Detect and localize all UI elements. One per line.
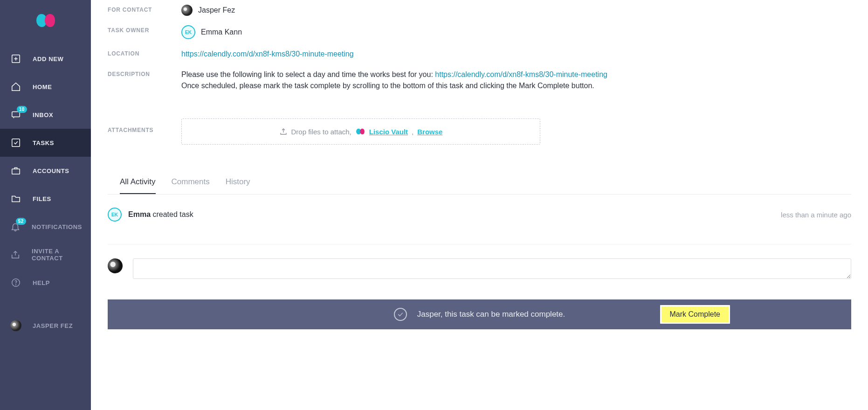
activity-item: EK Emma created task less than a minute …: [108, 195, 851, 244]
drop-text: Drop files to attach,: [291, 128, 351, 136]
label-task-owner: TASK OWNER: [108, 25, 181, 34]
row-location: LOCATION https://calendly.com/d/xn8f-kms…: [108, 44, 851, 64]
liscio-vault-link[interactable]: Liscio Vault: [369, 128, 408, 136]
main-content: FOR CONTACT Jasper Fez TASK OWNER EK Emm…: [91, 0, 868, 410]
row-attachments: ATTACHMENTS Drop files to attach, Liscio…: [108, 114, 851, 149]
bell-icon: 52: [10, 221, 21, 232]
activity-action: created task: [151, 210, 193, 218]
svg-rect-5: [12, 169, 20, 174]
check-circle-icon: [394, 308, 407, 321]
nav: ADD NEW HOME 10 INBOX TASKS: [0, 41, 91, 340]
nav-label: TASKS: [33, 139, 54, 146]
upload-icon: [279, 127, 288, 136]
nav-item-help[interactable]: HELP: [0, 269, 91, 297]
nav-label: INBOX: [33, 111, 53, 118]
label-for-contact: FOR CONTACT: [108, 5, 181, 13]
contact-avatar-icon: [181, 5, 193, 16]
nav-item-files[interactable]: FILES: [0, 185, 91, 213]
nav-label: INVITE A CONTACT: [32, 248, 81, 262]
row-task-owner: TASK OWNER EK Emma Kann: [108, 21, 851, 44]
label-description: DESCRIPTION: [108, 69, 181, 77]
row-description: DESCRIPTION Please use the following lin…: [108, 64, 851, 96]
browse-link[interactable]: Browse: [417, 128, 442, 136]
briefcase-icon: [10, 165, 21, 176]
description-link[interactable]: https://calendly.com/d/xn8f-kms8/30-minu…: [435, 70, 607, 78]
label-location: LOCATION: [108, 49, 181, 57]
user-avatar-icon: [10, 320, 21, 331]
separator: ,: [412, 128, 413, 136]
description-pre: Please use the following link to select …: [181, 70, 435, 78]
location-link[interactable]: https://calendly.com/d/xn8f-kms8/30-minu…: [181, 50, 354, 58]
badge: 52: [16, 218, 26, 225]
logo: [0, 0, 91, 41]
vault-logo-icon: [355, 128, 365, 135]
description-line2: Once scheduled, please mark the task com…: [181, 82, 594, 90]
comment-row: [108, 244, 851, 295]
description-text: Please use the following link to select …: [181, 69, 607, 91]
activity-actor: Emma: [128, 210, 151, 218]
nav-item-inbox[interactable]: 10 INBOX: [0, 101, 91, 129]
logo-icon: [35, 12, 56, 29]
badge: 10: [17, 106, 27, 113]
label-attachments: ATTACHMENTS: [108, 118, 181, 133]
nav-item-tasks[interactable]: TASKS: [0, 129, 91, 157]
contact-name: Jasper Fez: [198, 5, 235, 16]
nav-label: ADD NEW: [33, 56, 63, 63]
tab-all-activity[interactable]: All Activity: [120, 171, 156, 194]
nav-label: HELP: [33, 279, 50, 286]
row-for-contact: FOR CONTACT Jasper Fez: [108, 0, 851, 21]
attachments-dropzone[interactable]: Drop files to attach, Liscio Vault , Bro…: [181, 118, 540, 145]
activity-text: Emma created task: [128, 210, 193, 219]
mark-complete-button[interactable]: Mark Complete: [660, 305, 730, 324]
comment-avatar-icon: [108, 258, 123, 273]
plus-square-icon: [10, 53, 21, 64]
nav-item-home[interactable]: HOME: [0, 73, 91, 101]
tab-comments[interactable]: Comments: [172, 171, 210, 194]
share-icon: [10, 249, 21, 260]
nav-item-notifications[interactable]: 52 NOTIFICATIONS: [0, 213, 91, 241]
svg-rect-4: [12, 139, 20, 147]
tabs: All Activity Comments History: [108, 171, 851, 195]
owner-name: Emma Kann: [201, 27, 242, 38]
user-name: JASPER FEZ: [33, 322, 73, 329]
complete-message: Jasper, this task can be marked complete…: [417, 310, 565, 319]
tab-history[interactable]: History: [226, 171, 250, 194]
activity-time: less than a minute ago: [781, 211, 851, 219]
nav-label: HOME: [33, 83, 52, 90]
folder-icon: [10, 193, 21, 204]
complete-bar: Jasper, this task can be marked complete…: [108, 299, 851, 329]
help-icon: [10, 277, 21, 288]
nav-label: FILES: [33, 195, 51, 202]
comment-input[interactable]: [133, 258, 851, 279]
nav-label: NOTIFICATIONS: [32, 223, 82, 230]
inbox-icon: 10: [10, 109, 21, 120]
home-icon: [10, 81, 21, 92]
sidebar: ADD NEW HOME 10 INBOX TASKS: [0, 0, 91, 410]
owner-avatar-icon: EK: [181, 25, 195, 39]
check-square-icon: [10, 137, 21, 148]
nav-label: ACCOUNTS: [33, 167, 69, 174]
nav-user[interactable]: JASPER FEZ: [0, 312, 91, 340]
nav-item-invite[interactable]: INVITE A CONTACT: [0, 241, 91, 269]
nav-item-add-new[interactable]: ADD NEW: [0, 45, 91, 73]
nav-item-accounts[interactable]: ACCOUNTS: [0, 157, 91, 185]
svg-point-7: [16, 285, 16, 285]
activity-avatar-icon: EK: [108, 208, 122, 222]
